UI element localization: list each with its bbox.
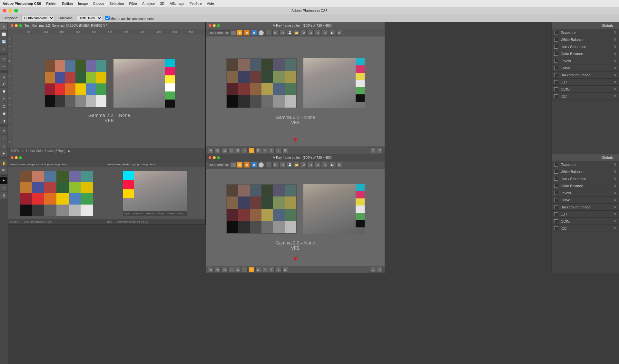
vfb-btn-6[interactable]: ↔ <box>242 148 248 153</box>
panel-arrows-lut[interactable]: ⇅ <box>614 81 616 84</box>
vfb-save-b[interactable]: 💾 <box>287 162 292 168</box>
vfb-stop[interactable]: ✕ <box>336 30 342 36</box>
panel-checkbox-background_image[interactable] <box>554 205 558 209</box>
vfb-btn-5[interactable]: ⊞ <box>235 148 241 153</box>
panel-checkbox-color_balance[interactable] <box>554 52 558 56</box>
panel-arrows-white_balance[interactable]: ⇅ <box>614 38 616 41</box>
panel-arrows-hue_/_saturation[interactable]: ⇅ <box>614 45 616 48</box>
panel-arrows-color_balance[interactable]: ⇅ <box>614 52 616 55</box>
menu-selection[interactable]: Sélection <box>109 2 124 5</box>
panel-checkbox-ocio[interactable] <box>554 87 558 91</box>
vfb-bbot-btn-5[interactable]: ⊞ <box>235 267 241 273</box>
panel-item-lut[interactable]: LUT⇅ <box>552 211 619 218</box>
tool-hand[interactable]: ✋ <box>0 159 7 167</box>
tool-gradient[interactable]: ▣ <box>0 110 7 117</box>
tool-path[interactable]: △ <box>0 142 7 149</box>
panel-checkbox-lut[interactable] <box>554 212 558 216</box>
tool-dodge[interactable]: ◑ <box>0 117 7 124</box>
tool-marquee[interactable]: ⬜ <box>0 31 7 38</box>
tool-eyedropper[interactable]: ✏ <box>0 63 7 70</box>
tool-eraser[interactable]: ◻ <box>0 102 7 110</box>
vfb-save[interactable]: 💾 <box>287 30 292 36</box>
vfb-tool-b7[interactable]: ◻ <box>280 162 285 168</box>
tool-spot[interactable]: ⊙ <box>0 73 7 80</box>
tool-lasso[interactable]: 🔄 <box>0 38 7 45</box>
tool-pen[interactable]: ✒ <box>0 127 7 134</box>
panel-item-lut[interactable]: LUT⇅ <box>552 79 619 86</box>
vfb-btn-11[interactable]: ↕ <box>276 148 281 153</box>
tool-quickmask[interactable]: ⊟ <box>0 184 7 191</box>
panel-checkbox-lut[interactable] <box>554 80 558 84</box>
vfb-tool-b1[interactable]: ■ <box>237 162 243 168</box>
tool-zoom[interactable]: 🔍 <box>0 167 7 174</box>
menu-image[interactable]: Image <box>78 2 88 5</box>
vfb-btn-1[interactable]: ⊕ <box>208 148 214 153</box>
vfb-bbot-btn-2[interactable]: ◎ <box>215 267 221 273</box>
panel-item-curve[interactable]: Curve⇅ <box>552 64 619 72</box>
vfb-btn-10[interactable]: | <box>269 148 275 153</box>
panel-checkbox-levels[interactable] <box>554 191 558 195</box>
panel-checkbox-white_balance[interactable] <box>554 38 558 42</box>
vfb-btn-2[interactable]: ◎ <box>215 148 221 153</box>
panel-arrows-icc[interactable]: ⇅ <box>614 227 616 230</box>
panel-checkbox-hue_/_saturation[interactable] <box>554 177 558 181</box>
vfb-tool-b4[interactable]: ○ <box>258 162 264 168</box>
vfb-tool-b5[interactable]: — <box>265 162 271 168</box>
panel-arrows-background_image[interactable]: ⇅ <box>614 73 616 77</box>
vfb-render[interactable]: ▶ <box>329 30 335 36</box>
vfb-bbot-btn-7[interactable]: ■ <box>249 267 254 273</box>
vfb-expand-bottom[interactable]: ⊡ <box>370 267 376 273</box>
panel-arrows-curve[interactable]: ⇅ <box>614 198 616 202</box>
panel-item-color_balance[interactable]: Color Balance⇅ <box>552 182 619 189</box>
panel-arrows-background_image[interactable]: ⇅ <box>614 206 616 209</box>
panel-arrows-curve[interactable]: ⇅ <box>614 66 616 70</box>
vfb-bbot-btn-10[interactable]: | <box>269 267 275 273</box>
vfb-btn-7[interactable]: ■ <box>249 148 254 153</box>
vfb-info[interactable]: ℹ <box>322 30 328 36</box>
vfb-tool-b3[interactable]: ■ <box>251 162 257 168</box>
panel-item-ocio[interactable]: OCIO⇅ <box>552 86 619 93</box>
tool-brush[interactable]: 🖌 <box>0 80 7 87</box>
panel-item-background_image[interactable]: Background Image⇅ <box>552 72 619 79</box>
panel-arrows-hue_/_saturation[interactable]: ⇅ <box>614 177 616 180</box>
panel-arrows-exposure[interactable]: ⇅ <box>614 31 616 34</box>
panel-checkbox-hue_/_saturation[interactable] <box>554 45 558 49</box>
vfb-expand-top[interactable]: ⊡ <box>370 148 376 153</box>
tab-min-top[interactable] <box>15 24 18 27</box>
panel-item-icc[interactable]: ICC⇅ <box>552 93 619 100</box>
vfb-min-top[interactable] <box>213 24 216 27</box>
vfb-compare-b[interactable]: ⊟ <box>308 162 314 168</box>
vfb-render-b[interactable]: ▶ <box>329 162 335 168</box>
vfb-folder[interactable]: 📂 <box>294 30 300 36</box>
menu-calque[interactable]: Calque <box>93 2 104 5</box>
panel-item-exposure[interactable]: Exposure⇅ <box>552 29 619 36</box>
vfb-tool-b2[interactable]: ■ <box>244 162 250 168</box>
menu-fichier[interactable]: Fichier <box>46 2 57 5</box>
menu-analyse[interactable]: Analyse <box>142 2 155 5</box>
vfb-max-bottom[interactable] <box>217 156 220 159</box>
rgb-color-select-bottom[interactable]: RGB color <box>208 162 230 168</box>
rgb-color-select[interactable]: RGB color <box>208 30 230 35</box>
vfb-tool-2[interactable]: ■ <box>244 30 250 36</box>
panel-checkbox-background_image[interactable] <box>554 73 558 77</box>
campione2-select[interactable]: Tutti i livelli <box>77 15 102 21</box>
panel-arrows-lut[interactable]: ⇅ <box>614 213 616 216</box>
panel-arrows-levels[interactable]: ⇅ <box>614 59 616 62</box>
vfb-min-bottom[interactable] <box>213 156 216 159</box>
tool-crop[interactable]: ⊡ <box>0 55 7 62</box>
vfb-bbot-btn-3[interactable]: ◻ <box>221 267 227 273</box>
vfb-tool-1[interactable]: ■ <box>237 30 243 36</box>
tab-max-top[interactable] <box>19 24 22 27</box>
tool-stamp[interactable]: ⬟ <box>0 88 7 95</box>
campione-select[interactable]: Punto campione <box>21 15 54 21</box>
panel-arrows-ocio[interactable]: ⇅ <box>614 88 616 91</box>
vfb-reset[interactable]: ↺ <box>315 30 321 36</box>
vfb-collapse-bottom[interactable]: ▽ <box>377 267 383 273</box>
vfb-bbot-btn-9[interactable]: ≡ <box>262 267 268 273</box>
minimize-button[interactable] <box>8 9 12 13</box>
tool-history[interactable]: ↩ <box>0 95 7 102</box>
panel-arrows-icc[interactable]: ⇅ <box>614 95 616 98</box>
tool-move[interactable]: ↖ <box>0 23 7 30</box>
vfb-info-b[interactable]: ℹ <box>322 162 328 168</box>
panel-item-white_balance[interactable]: White Balance⇅ <box>552 168 619 175</box>
